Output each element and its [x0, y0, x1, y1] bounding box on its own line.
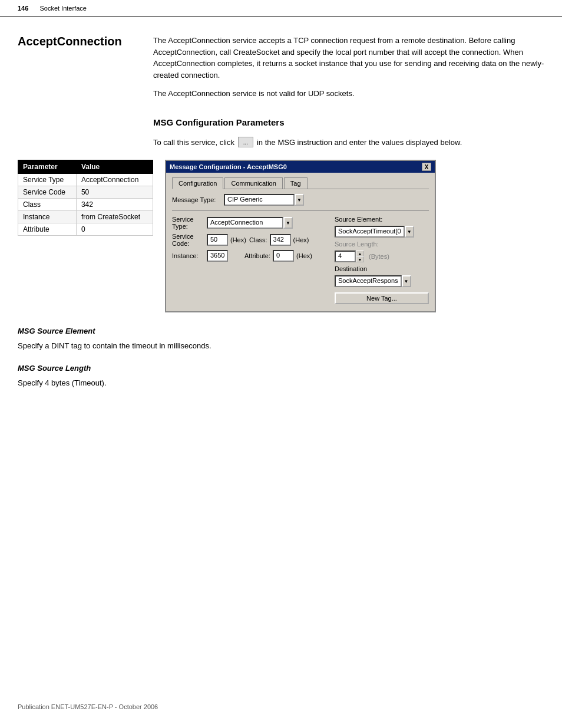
note-text: The AcceptConnection service is not vali…: [153, 88, 544, 100]
source-length-value[interactable]: 4: [335, 251, 356, 262]
service-type-dropdown-btn[interactable]: ▼: [283, 217, 293, 229]
msg-config-title: MSG Configuration Parameters: [153, 117, 544, 127]
source-length-label: Source Length:: [335, 241, 379, 248]
page-footer: Publication ENET-UM527E-EN-P - October 2…: [18, 703, 158, 710]
hex-label-1: (Hex): [230, 236, 247, 243]
spin-down-button[interactable]: ▼: [356, 256, 364, 262]
message-type-value[interactable]: CIP Generic: [224, 194, 295, 206]
table-row: Class 342: [18, 199, 153, 211]
bottom-section: Parameter Value Service Type AcceptConne…: [0, 160, 562, 312]
instruction-after: in the MSG instruction and enter the val…: [257, 137, 462, 149]
new-tag-button[interactable]: New Tag...: [335, 292, 429, 304]
after-dialog-section: MSG Source Element Specify a DINT tag to…: [0, 312, 562, 388]
param-instance: Instance: [18, 211, 77, 223]
table-row: Service Type AcceptConnection: [18, 174, 153, 186]
source-element-field[interactable]: SockAcceptTimeout[0 ▼: [335, 226, 414, 238]
source-element-label: Source Element:: [335, 216, 382, 223]
destination-dropdown-btn[interactable]: ▼: [402, 275, 411, 287]
value-instance: from CreateSocket: [76, 211, 153, 223]
table-row: Service Code 50: [18, 186, 153, 199]
class-input[interactable]: 342: [270, 234, 291, 246]
tab-configuration[interactable]: Configuration: [172, 177, 223, 189]
source-length-spin-buttons[interactable]: ▲ ▼: [356, 251, 364, 262]
publication-info: Publication ENET-UM527E-EN-P - October 2…: [18, 703, 158, 710]
main-form-area: ServiceType: AcceptConnection ▼ ServiceC…: [172, 216, 429, 304]
attribute-label: Attribute:: [244, 252, 270, 259]
source-length-field-row: 4 ▲ ▼ (Bytes): [335, 251, 429, 262]
source-element-row: Source Element:: [335, 216, 429, 223]
top-bar: 146 Socket Interface: [0, 0, 562, 17]
source-element-field-row: SockAcceptTimeout[0 ▼: [335, 226, 429, 238]
service-code-input[interactable]: 50: [207, 234, 228, 246]
col-parameter: Parameter: [18, 160, 77, 174]
left-column: AcceptConnection: [18, 35, 147, 160]
left-form: ServiceType: AcceptConnection ▼ ServiceC…: [172, 216, 329, 304]
value-service-code: 50: [76, 186, 153, 199]
page: 146 Socket Interface AcceptConnection Th…: [0, 0, 562, 728]
dialog-titlebar: Message Configuration - AcceptMSG0 X: [166, 161, 435, 173]
right-form: Source Element: SockAcceptTimeout[0 ▼ So…: [335, 216, 429, 304]
message-type-label: Message Type:: [172, 196, 219, 203]
message-type-dropdown-btn[interactable]: ▼: [295, 194, 304, 206]
destination-label: Destination: [335, 265, 367, 272]
parameter-table: Parameter Value Service Type AcceptConne…: [18, 160, 153, 236]
hex-label-2: (Hex): [293, 236, 310, 243]
tab-communication[interactable]: Communication: [224, 177, 282, 189]
col-value: Value: [76, 160, 153, 174]
msg-source-length-title: MSG Source Length: [18, 364, 544, 373]
close-button[interactable]: X: [422, 163, 431, 171]
service-code-label: ServiceCode:: [172, 233, 204, 247]
destination-value[interactable]: SockAcceptRespons: [335, 275, 402, 287]
value-attribute: 0: [76, 223, 153, 236]
message-type-field[interactable]: CIP Generic ▼: [224, 194, 304, 206]
section-label: Socket Interface: [39, 5, 87, 12]
value-class: 342: [76, 199, 153, 211]
destination-field[interactable]: SockAcceptRespons ▼: [335, 275, 411, 287]
message-type-row: Message Type: CIP Generic ▼: [172, 194, 429, 206]
dialog-title: Message Configuration - AcceptMSG0: [170, 163, 287, 170]
msg-source-element-text: Specify a DINT tag to contain the timeou…: [18, 340, 544, 352]
click-instruction: To call this service, click ... in the M…: [153, 137, 544, 149]
msg-source-length-text: Specify 4 bytes (Timeout).: [18, 377, 544, 389]
param-service-type: Service Type: [18, 174, 77, 186]
dialog-window: Message Configuration - AcceptMSG0 X Con…: [165, 160, 436, 312]
table-row: Attribute 0: [18, 223, 153, 236]
service-type-label: ServiceType:: [172, 216, 204, 230]
service-type-field[interactable]: AcceptConnection ▼: [207, 217, 293, 229]
dialog-tabs: Configuration Communication Tag: [172, 177, 429, 189]
main-content: AcceptConnection The AcceptConnection se…: [0, 17, 562, 160]
instance-label: Instance:: [172, 252, 204, 259]
destination-row: Destination: [335, 265, 429, 272]
instance-attribute-row: Instance: 3650 Attribute: 0 (Hex): [172, 250, 329, 262]
source-element-value[interactable]: SockAcceptTimeout[0: [335, 226, 405, 238]
intro-text: The AcceptConnection service accepts a T…: [153, 35, 544, 81]
source-length-row: Source Length:: [335, 241, 429, 248]
param-service-code: Service Code: [18, 186, 77, 199]
class-label: Class:: [249, 236, 267, 243]
attribute-input[interactable]: 0: [273, 250, 294, 262]
hex-label-3: (Hex): [296, 252, 313, 259]
dialog-body: Configuration Communication Tag Message …: [166, 173, 435, 311]
source-element-dropdown-btn[interactable]: ▼: [405, 226, 414, 238]
service-code-class-row: ServiceCode: 50 (Hex) Class: 342 (Hex): [172, 233, 329, 247]
right-column: The AcceptConnection service accepts a T…: [147, 35, 544, 160]
service-type-row: ServiceType: AcceptConnection ▼: [172, 216, 329, 230]
value-service-type: AcceptConnection: [76, 174, 153, 186]
dots-button[interactable]: ...: [238, 137, 253, 147]
tab-tag[interactable]: Tag: [284, 177, 308, 189]
section-title: AcceptConnection: [18, 35, 147, 48]
source-length-spinner[interactable]: 4 ▲ ▼: [335, 251, 364, 262]
table-row: Instance from CreateSocket: [18, 211, 153, 223]
param-attribute: Attribute: [18, 223, 77, 236]
instance-input[interactable]: 3650: [207, 250, 228, 262]
param-class: Class: [18, 199, 77, 211]
destination-field-row: SockAcceptRespons ▼: [335, 275, 429, 287]
service-type-value[interactable]: AcceptConnection: [207, 217, 283, 229]
instruction-before: To call this service, click: [153, 137, 234, 149]
bytes-label: (Bytes): [369, 253, 389, 260]
spin-up-button[interactable]: ▲: [356, 251, 364, 256]
msg-source-element-title: MSG Source Element: [18, 327, 544, 335]
page-number: 146: [18, 5, 28, 12]
